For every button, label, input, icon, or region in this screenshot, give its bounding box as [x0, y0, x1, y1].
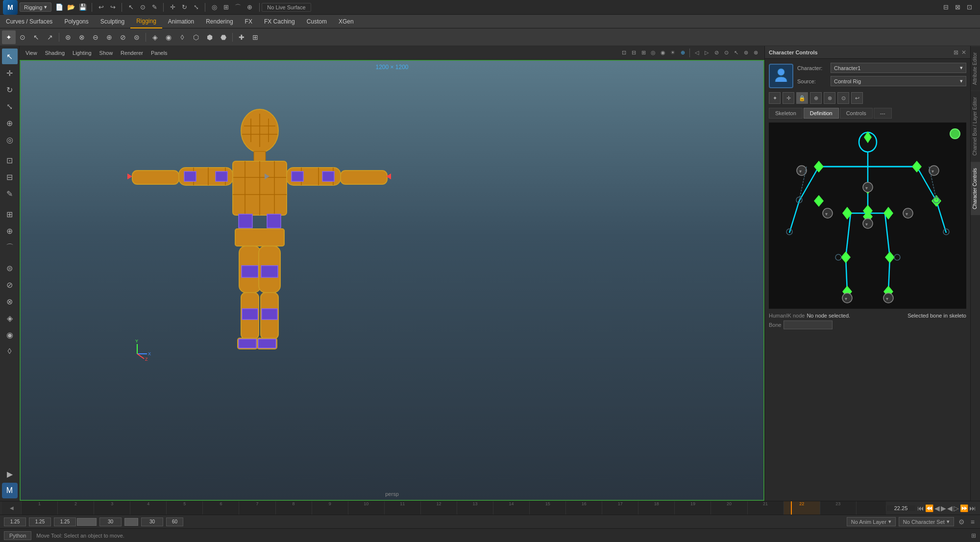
- marquee-select-btn[interactable]: ⊡: [2, 152, 18, 168]
- viewport-canvas[interactable]: 1200 × 1200: [20, 60, 764, 501]
- workspace-icon[interactable]: ⊡: [964, 2, 974, 12]
- lasso-icon[interactable]: ⊙: [138, 2, 147, 12]
- show-menu[interactable]: Show: [98, 49, 115, 57]
- move-mode-btn[interactable]: ✛: [2, 65, 18, 81]
- vp-tool9[interactable]: ▷: [702, 48, 711, 58]
- play-reverse-btn[interactable]: ◀: [947, 504, 953, 512]
- playback-start-input[interactable]: [29, 517, 51, 526]
- panel-float-icon[interactable]: ⊠: [954, 49, 958, 56]
- mode-dropdown[interactable]: Rigging ▾: [20, 2, 51, 12]
- shading-menu[interactable]: Shading: [43, 49, 67, 57]
- char-tool-mirror[interactable]: ⊗: [824, 92, 835, 104]
- joint-tool-btn[interactable]: ⊛: [61, 30, 75, 44]
- display3-btn[interactable]: ⊗: [2, 294, 18, 309]
- paint-select-icon[interactable]: ✎: [149, 2, 159, 12]
- char-set-dropdown[interactable]: No Character Set ▾: [899, 517, 954, 526]
- menu-sculpting[interactable]: Sculpting: [95, 15, 130, 28]
- tab-extra[interactable]: ---: [874, 108, 892, 119]
- display-settings-icon[interactable]: ⊟: [941, 2, 951, 12]
- paint-weights-btn[interactable]: ⊘: [116, 30, 130, 44]
- attribute-editor-tab[interactable]: Attribute Editor: [971, 46, 980, 91]
- display5-btn[interactable]: ◉: [2, 327, 18, 343]
- timeline-ruler[interactable]: 1 2 3 4 5 6 7 8 9 10 11 12 13 14 15 16 1…: [22, 501, 886, 515]
- tab-definition[interactable]: Definition: [804, 108, 839, 119]
- menu-rendering[interactable]: Rendering: [200, 15, 239, 28]
- next-frame-btn[interactable]: ▷: [954, 504, 959, 512]
- anim-layer-dropdown[interactable]: No Anim Layer ▾: [847, 517, 896, 526]
- scale-icon[interactable]: ⤡: [191, 2, 201, 12]
- status-settings-icon[interactable]: ⊞: [971, 532, 976, 539]
- menu-xgen[interactable]: XGen: [333, 15, 360, 28]
- undo-icon[interactable]: ↩: [96, 2, 106, 12]
- char-tool-move[interactable]: ✛: [783, 92, 794, 104]
- vp-tool10[interactable]: ⊘: [711, 48, 721, 58]
- menu-custom[interactable]: Custom: [301, 15, 333, 28]
- vp-tool13[interactable]: ⊛: [741, 48, 751, 58]
- deform3-btn[interactable]: ◊: [175, 30, 189, 44]
- prev-key-btn[interactable]: ⏪: [925, 504, 933, 512]
- universal-mode-btn[interactable]: ⊕: [2, 115, 18, 131]
- paint-select2-btn[interactable]: ↗: [43, 30, 57, 44]
- new-file-icon[interactable]: 📄: [54, 2, 64, 12]
- view-menu[interactable]: View: [24, 49, 39, 57]
- character-dropdown[interactable]: Character1 ▾: [831, 63, 966, 73]
- display6-btn[interactable]: ◊: [2, 344, 18, 359]
- ik-tool-btn[interactable]: ⊗: [75, 30, 89, 44]
- mirror-skin-btn[interactable]: ⊜: [130, 30, 144, 44]
- save-file-icon[interactable]: 💾: [78, 2, 88, 12]
- deform6-btn[interactable]: ⬣: [217, 30, 230, 44]
- playback-end-input[interactable]: [141, 517, 163, 526]
- tab-controls[interactable]: Controls: [840, 108, 873, 119]
- vp-tool11[interactable]: ⊙: [721, 48, 731, 58]
- range-end-input[interactable]: [99, 517, 122, 526]
- vp-tool8[interactable]: ◁: [692, 48, 702, 58]
- panel-close-icon[interactable]: ✕: [961, 49, 966, 56]
- char-tool-reset[interactable]: ↩: [851, 92, 863, 104]
- expand-left-btn[interactable]: ▶: [2, 466, 18, 482]
- layout-icon[interactable]: ⊠: [953, 2, 962, 12]
- menu-polygons[interactable]: Polygons: [58, 15, 94, 28]
- maya-icon-btn[interactable]: M: [2, 483, 18, 498]
- current-frame-input[interactable]: [54, 517, 76, 526]
- paint-select-btn[interactable]: ↖: [29, 30, 43, 44]
- char-controls-side-tab[interactable]: Character Controls: [971, 162, 980, 215]
- live-surface-button[interactable]: No Live Surface: [262, 3, 311, 12]
- tab-skeleton[interactable]: Skeleton: [769, 108, 803, 119]
- source-dropdown[interactable]: Control Rig ▾: [831, 76, 966, 86]
- go-start-btn[interactable]: ⏮: [917, 504, 924, 512]
- constraint2-btn[interactable]: ⊞: [248, 30, 262, 44]
- display1-btn[interactable]: ⊜: [2, 260, 18, 276]
- menu-animation[interactable]: Animation: [162, 15, 200, 28]
- vp-tool1[interactable]: ⊡: [619, 48, 629, 58]
- deform1-btn[interactable]: ◈: [148, 30, 162, 44]
- rotate-icon[interactable]: ↻: [179, 2, 189, 12]
- char-tool-settings[interactable]: ⊙: [837, 92, 849, 104]
- lasso-select-btn[interactable]: ⊟: [2, 169, 18, 185]
- snap-point-btn[interactable]: ⊕: [2, 223, 18, 239]
- vp-tool5[interactable]: ◉: [658, 48, 668, 58]
- snap-grid-icon[interactable]: ⊞: [221, 2, 231, 12]
- display2-btn[interactable]: ⊘: [2, 277, 18, 293]
- display4-btn[interactable]: ◈: [2, 310, 18, 326]
- range-start-input[interactable]: [4, 517, 26, 526]
- menu-fx[interactable]: FX: [239, 15, 258, 28]
- paint-select2-btn[interactable]: ✎: [2, 186, 18, 201]
- snap-point-icon[interactable]: ⊕: [245, 2, 254, 12]
- char-set-settings[interactable]: ⚙: [957, 518, 966, 526]
- select-tool-btn[interactable]: ✦: [2, 30, 16, 44]
- prev-frame-btn[interactable]: ◀: [934, 504, 940, 512]
- snap-curve-icon[interactable]: ⌒: [233, 2, 243, 12]
- soft-select-btn[interactable]: ◎: [2, 132, 18, 148]
- renderer-menu[interactable]: Renderer: [119, 49, 145, 57]
- vp-tool12[interactable]: ↖: [731, 48, 741, 58]
- channel-box-tab[interactable]: Channel Box / Layer Editor: [971, 91, 980, 162]
- fps-input[interactable]: [166, 517, 183, 526]
- deform2-btn[interactable]: ◉: [162, 30, 175, 44]
- next-key-btn[interactable]: ⏩: [960, 504, 968, 512]
- select-mode-btn[interactable]: ↖: [2, 49, 18, 64]
- python-mode-btn[interactable]: Python: [4, 531, 31, 540]
- vp-tool4[interactable]: ◎: [648, 48, 658, 58]
- soft-select-icon[interactable]: ◎: [209, 2, 219, 12]
- char-tool-pose[interactable]: ⊕: [810, 92, 822, 104]
- constraint1-btn[interactable]: ✚: [235, 30, 248, 44]
